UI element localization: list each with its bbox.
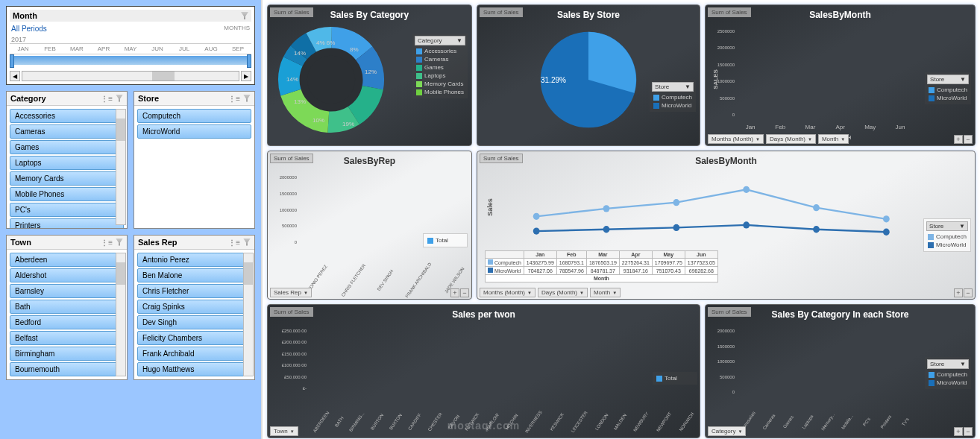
- legend-item: Cameras: [415, 55, 465, 63]
- multiselect-icon[interactable]: ⋮≡: [101, 239, 113, 247]
- expand-button[interactable]: +: [954, 288, 963, 297]
- filter-icon[interactable]: [241, 12, 248, 19]
- slicer-item[interactable]: Frank Archibald: [137, 347, 251, 361]
- slicer-item[interactable]: Computech: [137, 109, 251, 123]
- field-dropdown[interactable]: Sales Rep: [270, 288, 312, 297]
- slicer-store: Store ⋮≡ ComputechMicroWorld: [134, 91, 255, 229]
- field-dropdown[interactable]: Month: [818, 134, 849, 144]
- x-label: Feb: [765, 124, 795, 130]
- slicer-item[interactable]: Cameras: [10, 124, 124, 139]
- multiselect-icon[interactable]: ⋮≡: [228, 239, 240, 247]
- slicer-item[interactable]: Birmingham: [10, 347, 124, 361]
- x-label: Printers: [879, 413, 893, 432]
- timeline-month[interactable]: JAN: [10, 44, 37, 54]
- field-dropdown[interactable]: Months (Month): [480, 288, 535, 297]
- timeline-month[interactable]: FEB: [37, 44, 63, 54]
- month-timeline[interactable]: Month All Periods MONTHS 2017 JANFEBMARA…: [6, 6, 255, 85]
- card-sales-by-rep: Sum of Sales SalesByRep 2000000150000010…: [267, 151, 472, 300]
- multiselect-icon[interactable]: ⋮≡: [101, 95, 113, 103]
- collapse-button[interactable]: −: [964, 288, 973, 297]
- timeline-month[interactable]: JUL: [171, 44, 198, 54]
- legend-item: Total: [436, 237, 448, 244]
- slicer-title: Store: [138, 94, 159, 103]
- clear-filter-icon[interactable]: [116, 239, 123, 246]
- timeline-units[interactable]: MONTHS: [224, 25, 250, 33]
- slicer-item[interactable]: Mobile Phones: [10, 187, 124, 201]
- slicer-item[interactable]: Accessories: [10, 109, 124, 123]
- scrollbar[interactable]: [243, 253, 254, 376]
- svg-point-15: [743, 186, 750, 193]
- legend-dropdown[interactable]: Store▼: [927, 75, 969, 84]
- timeline-month[interactable]: MAY: [117, 44, 144, 54]
- legend: Store▼ ComputechMicroWorld: [650, 80, 696, 112]
- slicer-item[interactable]: Dev Singh: [137, 315, 251, 329]
- timeline-month[interactable]: JUN: [144, 44, 171, 54]
- card-tag: Sum of Sales: [708, 307, 751, 317]
- legend-item: Computech: [926, 233, 968, 241]
- timeline-month[interactable]: SEP: [224, 44, 251, 54]
- field-dropdown[interactable]: Town: [270, 426, 298, 436]
- slicer-item[interactable]: Belfast: [10, 331, 124, 345]
- collapse-button[interactable]: −: [964, 427, 973, 436]
- clear-filter-icon[interactable]: [243, 239, 251, 246]
- slicer-item[interactable]: Bournemouth: [10, 362, 124, 376]
- slicer-item[interactable]: PC's: [10, 203, 124, 217]
- slicer-item[interactable]: Hugo Matthews: [137, 362, 251, 376]
- slicer-item[interactable]: Games: [10, 140, 124, 154]
- slicer-item[interactable]: Memory Cards: [10, 171, 124, 186]
- collapse-button[interactable]: −: [964, 135, 973, 144]
- field-dropdown[interactable]: Months (Month): [708, 134, 764, 144]
- slicer-item[interactable]: Aldershot: [10, 268, 124, 282]
- slicer-item[interactable]: Bedford: [10, 315, 124, 329]
- legend-dropdown[interactable]: Store▼: [926, 221, 968, 231]
- field-dropdown[interactable]: Days (Month): [538, 288, 588, 297]
- svg-point-22: [813, 226, 820, 233]
- x-label: TV's: [898, 413, 913, 432]
- field-dropdown[interactable]: Days (Month): [766, 134, 816, 144]
- legend-item: Mobile Phones: [415, 88, 465, 96]
- timeline-allperiods[interactable]: All Periods: [11, 25, 47, 33]
- slicer-item[interactable]: Craig Spinks: [137, 300, 251, 314]
- svg-point-13: [603, 205, 610, 212]
- expand-button[interactable]: +: [954, 135, 963, 144]
- multiselect-icon[interactable]: ⋮≡: [228, 95, 240, 103]
- timeline-month[interactable]: APR: [90, 44, 117, 54]
- slicer-item[interactable]: Antonio Perez: [137, 253, 251, 267]
- scroll-right-button[interactable]: ▶: [241, 71, 251, 81]
- slicer-item[interactable]: Bath: [10, 300, 124, 314]
- line-chart: [503, 177, 915, 247]
- slicer-item[interactable]: Printers: [10, 218, 124, 228]
- field-dropdown[interactable]: Month: [590, 288, 621, 297]
- collapse-button[interactable]: −: [460, 288, 469, 297]
- x-label: NORWICH: [678, 411, 694, 432]
- expand-button[interactable]: +: [450, 288, 459, 297]
- timeline-month[interactable]: AUG: [198, 44, 224, 54]
- expand-button[interactable]: +: [954, 427, 963, 436]
- scroll-track[interactable]: [22, 71, 239, 81]
- scrollbar[interactable]: [116, 109, 126, 225]
- slicer-item[interactable]: Ben Malone: [137, 268, 251, 282]
- filter-panel: Month All Periods MONTHS 2017 JANFEBMARA…: [0, 0, 261, 439]
- field-dropdown[interactable]: Category: [708, 426, 746, 436]
- slicer-item[interactable]: Aberdeen: [10, 253, 124, 267]
- legend-item: Computech: [927, 370, 969, 379]
- scrollbar[interactable]: [116, 253, 126, 376]
- legend-dropdown[interactable]: Store▼: [652, 82, 694, 92]
- slicer-item[interactable]: Laptops: [10, 156, 124, 170]
- scroll-left-button[interactable]: ◀: [10, 71, 20, 81]
- legend-dropdown[interactable]: Store▼: [927, 359, 969, 369]
- legend-item: MicroWorld: [652, 101, 694, 110]
- timeline-track[interactable]: [11, 56, 250, 65]
- timeline-month[interactable]: MAR: [63, 44, 90, 54]
- clear-filter-icon[interactable]: [116, 95, 123, 102]
- x-label: Apr: [826, 124, 855, 130]
- timeline-year: 2017: [10, 36, 251, 43]
- slicer-item[interactable]: Felicity Chambers: [137, 331, 251, 345]
- x-label: DEVON: [447, 414, 460, 430]
- slicer-item[interactable]: Barnsley: [10, 284, 124, 298]
- clear-filter-icon[interactable]: [243, 95, 251, 102]
- legend-dropdown[interactable]: Category▼: [415, 36, 465, 45]
- slicer-item[interactable]: Chris Fletcher: [137, 284, 251, 298]
- slicer-title: Town: [10, 238, 31, 247]
- slicer-item[interactable]: MicroWorld: [137, 124, 251, 139]
